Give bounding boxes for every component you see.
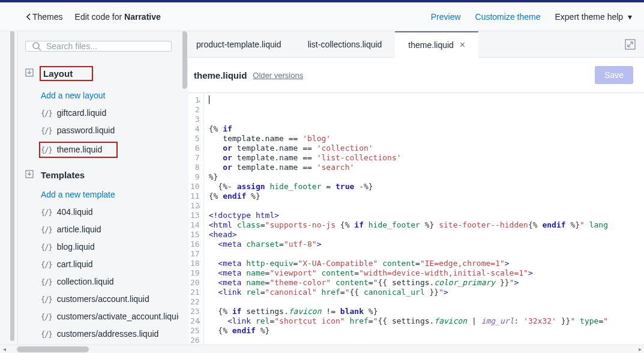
expand-icon: [625, 39, 636, 50]
liquid-file-icon: {/}: [41, 277, 52, 288]
folder-expand-icon: [25, 68, 35, 79]
older-versions-link[interactable]: Older versions: [253, 71, 303, 80]
code-line[interactable]: [209, 201, 644, 211]
line-number: 7: [190, 153, 200, 163]
code-content[interactable]: {% if template.name == 'blog' or templat…: [204, 93, 644, 345]
file-item-label: collection.liquid: [57, 276, 114, 288]
code-line[interactable]: {% endif %}: [209, 326, 644, 336]
line-number: 26: [190, 336, 200, 345]
file-item[interactable]: {/}collection.liquid: [25, 273, 172, 291]
file-item-label: 404.liquid: [57, 206, 93, 219]
page-title: Edit code for Narrative: [75, 12, 161, 22]
file-item[interactable]: {/}giftcard.liquid: [25, 104, 172, 122]
tab[interactable]: theme.liquid×: [395, 31, 478, 57]
file-item[interactable]: {/}password.liquid: [25, 122, 172, 139]
code-line[interactable]: <meta http-equiv="X-UA-Compatible" conte…: [209, 259, 644, 268]
tab[interactable]: product-template.liquid: [183, 31, 295, 57]
code-line[interactable]: template.name == 'blog': [209, 134, 644, 143]
code-line[interactable]: {% if settings.favicon != blank %}: [209, 307, 644, 316]
line-number: 8: [190, 163, 200, 172]
folder-title: Templates: [41, 170, 85, 180]
code-line[interactable]: <meta charset="utf-8">: [209, 240, 644, 249]
scroll-right-arrow[interactable]: ▸: [636, 346, 644, 352]
code-line[interactable]: <meta name="viewport" content="width=dev…: [209, 268, 644, 278]
file-item[interactable]: {/}theme.liquid: [25, 139, 172, 160]
file-item[interactable]: {/}blog.liquid: [25, 238, 172, 256]
back-to-themes[interactable]: Themes: [26, 12, 63, 22]
window-left-scrollbar[interactable]: [0, 31, 18, 345]
chevron-down-icon: ▾: [628, 12, 632, 22]
line-number: 20: [190, 278, 200, 288]
line-number: 1▾: [190, 95, 200, 105]
svg-line-1: [38, 48, 41, 50]
expert-help-label: Expert theme help: [555, 12, 623, 22]
code-editor[interactable]: 1▾23456789101112▾13141516171819202122232…: [183, 93, 644, 345]
liquid-file-icon: {/}: [41, 259, 52, 270]
folder-expand-icon: [25, 170, 35, 180]
code-line[interactable]: [209, 249, 644, 259]
file-item[interactable]: {/}cart.liquid: [25, 256, 172, 273]
code-line[interactable]: or template.name == 'collection': [209, 143, 644, 153]
line-number: 5: [190, 134, 200, 143]
add-new-templates[interactable]: Add a new template: [25, 186, 172, 204]
line-number: 15: [190, 230, 200, 240]
code-line[interactable]: <html class="supports-no-js {% if hide_f…: [209, 220, 644, 230]
code-line[interactable]: or template.name == 'search': [209, 163, 644, 172]
file-item[interactable]: {/}customers/login.liquid: [25, 343, 172, 345]
tab-bar: product-template.liquidlist-collections.…: [183, 31, 644, 58]
file-item[interactable]: {/}customers/addresses.liquid: [25, 325, 172, 343]
line-number: 24▾: [190, 316, 200, 326]
search-input[interactable]: [46, 41, 165, 51]
save-button[interactable]: Save: [595, 66, 633, 84]
file-item[interactable]: {/}customers/activate_account.liquid: [25, 308, 172, 325]
file-item[interactable]: {/}article.liquid: [25, 221, 172, 238]
search-files-box[interactable]: [25, 41, 172, 52]
preview-link[interactable]: Preview: [431, 12, 461, 22]
customize-theme-link[interactable]: Customize theme: [475, 12, 541, 22]
line-number: 18: [190, 259, 200, 268]
folder-header-templates[interactable]: Templates: [25, 167, 172, 183]
line-number: 25: [190, 326, 200, 336]
file-item-label: customers/addresses.liquid: [57, 328, 159, 340]
add-new-layout[interactable]: Add a new layout: [25, 87, 172, 104]
liquid-file-icon: {/}: [41, 242, 52, 253]
close-icon[interactable]: ×: [460, 40, 465, 50]
back-label: Themes: [32, 12, 63, 22]
code-line[interactable]: {%- assign hide_footer = true -%}: [209, 182, 644, 192]
expert-help-dropdown[interactable]: Expert theme help ▾: [555, 12, 632, 22]
tab-label: theme.liquid: [408, 40, 454, 50]
liquid-file-icon: {/}: [41, 145, 52, 155]
horizontal-scrollbar[interactable]: ◂ ▸: [0, 345, 644, 353]
code-line[interactable]: %}: [209, 172, 644, 182]
code-line[interactable]: or template.name == 'list-collections': [209, 153, 644, 163]
pane-splitter[interactable]: [179, 31, 182, 345]
expand-editor-button[interactable]: [616, 31, 644, 57]
scroll-left-arrow[interactable]: ◂: [0, 346, 8, 352]
theme-name: Narrative: [124, 12, 161, 22]
liquid-file-icon: {/}: [41, 207, 52, 218]
folder-header-layout[interactable]: Layout: [25, 64, 172, 83]
line-number: 9: [190, 172, 200, 182]
file-item-label: customers/activate_account.liquid: [57, 310, 183, 323]
code-line[interactable]: {% if: [209, 124, 644, 134]
file-item[interactable]: {/}404.liquid: [25, 204, 172, 221]
line-number: 23: [190, 307, 200, 316]
code-line[interactable]: {% endif %}: [209, 192, 644, 201]
code-line[interactable]: <link rel="shortcut icon" href="{{ setti…: [209, 316, 644, 326]
file-item[interactable]: {/}customers/account.liquid: [25, 291, 172, 308]
search-icon: [32, 41, 41, 51]
header-bar: Themes Edit code for Narrative Preview C…: [0, 2, 644, 31]
code-line[interactable]: [209, 297, 644, 307]
text-cursor: [209, 95, 209, 104]
tab[interactable]: list-collections.liquid: [295, 31, 396, 57]
code-line[interactable]: <!doctype html>: [209, 211, 644, 220]
code-line[interactable]: <meta name="theme-color" content="{{ set…: [209, 278, 644, 288]
file-item-label: password.liquid: [57, 124, 115, 137]
code-line[interactable]: <link rel="canonical" href="{{ canonical…: [209, 288, 644, 297]
line-number: 14: [190, 220, 200, 230]
code-line[interactable]: <head>: [209, 230, 644, 240]
line-number: 3: [190, 115, 200, 124]
code-line[interactable]: [209, 336, 644, 345]
liquid-file-icon: {/}: [41, 108, 52, 119]
line-number: 10: [190, 182, 200, 192]
